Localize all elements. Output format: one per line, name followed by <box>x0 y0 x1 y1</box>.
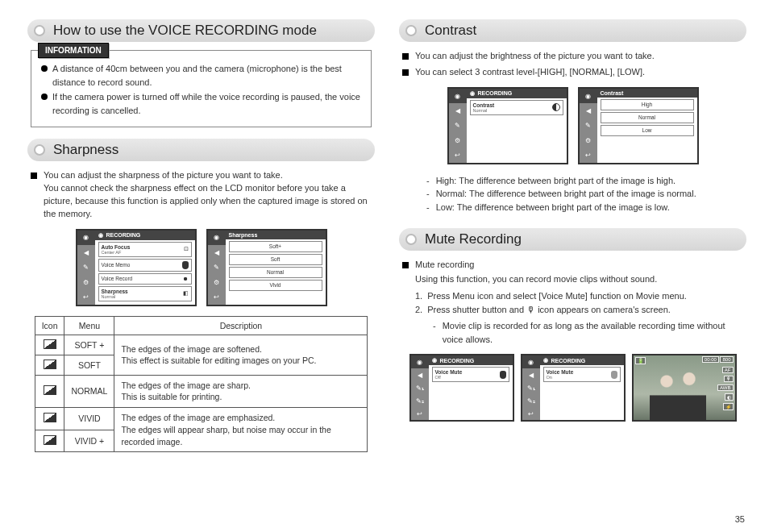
sharpness-vivid-icon <box>44 413 56 422</box>
menu-row: Low <box>601 125 694 136</box>
menu-row: Soft+ <box>229 241 322 252</box>
side-tab-tool-icon: ✎ <box>580 118 597 133</box>
bullet-icon <box>34 144 45 156</box>
heading-text: Mute Recording <box>425 231 522 247</box>
bullet-dot-icon <box>41 65 48 72</box>
screen-header: ◉RECORDING <box>95 231 195 240</box>
mute-intro: Using this function, you can record movi… <box>415 273 746 286</box>
mute-steps: 1.Press Menu icon and select [Voice Mute… <box>415 289 746 316</box>
lcd-screen-preview: 🔋 00:00 800 AF 🎙 AWB ◐ ⚡ <box>632 354 737 422</box>
icon-cell <box>35 335 64 355</box>
sharpness-normal-icon <box>44 385 56 395</box>
microphone-mute-icon <box>611 371 617 379</box>
dash-icon: - <box>426 174 430 188</box>
menu-row: Auto FocusCenter AF⊡ <box>98 242 192 257</box>
lcd-screen-mute-off: ◉ ◀ ✎₁ ✎₂ ↩ ◉RECORDING Voice MuteOff <box>409 354 514 422</box>
menu-row: Normal <box>601 112 694 123</box>
desc-cell: The edges of the image are softened.This… <box>114 335 368 375</box>
step-number: 2. <box>415 303 422 317</box>
side-tab-camera-icon: ◉ <box>522 355 540 368</box>
table-header: Menu <box>64 316 114 335</box>
iso-readout: 800 <box>720 356 733 363</box>
dash-icon: - <box>426 201 430 214</box>
menu-cell: VIVID + <box>64 430 114 452</box>
side-tab-back-icon: ↩ <box>449 148 467 163</box>
paragraph: You can adjust the sharpness of the pict… <box>31 169 372 221</box>
right-column: Contrast You can adjust the brightness o… <box>399 19 746 452</box>
menu-row: Soft <box>229 254 322 265</box>
menu-row: Voice MuteOff <box>432 367 509 382</box>
side-tab-play-icon: ◀ <box>77 245 95 260</box>
desc-cell: The edges of the image are emphasized.Th… <box>114 408 368 452</box>
side-tab-back-icon: ↩ <box>580 148 597 163</box>
screen-header: Contrast <box>597 89 697 98</box>
dash-icon: - <box>433 319 436 346</box>
menu-cell: VIVID <box>64 408 114 430</box>
square-bullet-icon <box>31 172 37 179</box>
side-tab-back-icon: ↩ <box>522 407 540 420</box>
menu-row: ContrastNormal <box>470 100 563 115</box>
page-number: 35 <box>735 514 745 524</box>
heading-contrast: Contrast <box>399 19 746 42</box>
menu-row: Voice MuteOn <box>543 367 621 382</box>
side-tab-play-icon: ◀ <box>522 368 540 381</box>
menu-row: High <box>601 99 694 110</box>
flash-indicator-icon: ⚡ <box>723 403 734 410</box>
microphone-icon <box>500 371 506 379</box>
contrast-icon <box>552 103 560 111</box>
heading-text: How to use the VOICE RECORDING mode <box>53 23 317 39</box>
side-tab-camera-icon: ◉ <box>580 89 597 103</box>
page-content: How to use the VOICE RECORDING mode INFO… <box>27 19 746 452</box>
menu-row: Voice Record⏺ <box>98 273 192 285</box>
lcd-screen-recording: ◉ ◀ ✎ ⚙ ↩ ◉RECORDING Auto FocusCenter AF… <box>76 229 197 306</box>
contrast-screens: ◉ ◀ ✎ ⚙ ↩ ◉RECORDING ContrastNormal ◉ ◀ <box>399 87 746 164</box>
side-tab-play-icon: ◀ <box>208 245 226 260</box>
sharpness-table: Icon Menu Description SOFT + The edges o… <box>35 316 368 452</box>
side-tab-tool-icon: ✎ <box>208 260 226 275</box>
side-tab-camera-icon: ◉ <box>208 231 226 245</box>
icon-cell <box>35 430 64 452</box>
side-tab-setup-icon: ⚙ <box>208 275 226 289</box>
heading-mute-recording: Mute Recording <box>399 228 746 251</box>
sharpness-soft-icon <box>44 360 56 369</box>
timer-readout: 00:00 <box>702 356 719 363</box>
af-indicator: AF <box>722 367 734 373</box>
menu-row: Vivid <box>229 280 322 291</box>
side-tab-tool1-icon: ✎₁ <box>411 381 429 394</box>
menu-cell: SOFT + <box>64 335 114 355</box>
sharpness-vivid-plus-icon <box>44 435 56 445</box>
side-tab-setup-icon: ⚙ <box>77 275 95 289</box>
square-bullet-icon <box>402 53 409 60</box>
screen-header: ◉RECORDING <box>467 89 567 98</box>
square-bullet-icon <box>402 69 409 76</box>
side-tab-tool2-icon: ✎₂ <box>411 394 429 407</box>
lcd-screen-recording: ◉ ◀ ✎ ⚙ ↩ ◉RECORDING ContrastNormal <box>447 87 568 164</box>
side-tab-tool2-icon: ✎₂ <box>522 394 540 407</box>
paragraph: You can select 3 contrast level-[HIGH], … <box>402 66 743 79</box>
bullet-icon <box>405 234 417 245</box>
menu-row: Voice Memo <box>98 259 192 272</box>
heading-text: Contrast <box>425 23 476 39</box>
side-tab-play-icon: ◀ <box>580 103 597 118</box>
battery-icon: 🔋 <box>635 357 646 364</box>
information-box: INFORMATION A distance of 40cm between y… <box>31 50 372 127</box>
info-item: If the camera power is turned off while … <box>41 90 361 117</box>
step-number: 1. <box>415 289 422 303</box>
side-tab-back-icon: ↩ <box>208 289 226 304</box>
desc-cell: The edges of the image are sharp.This is… <box>114 375 368 407</box>
menu-cell: SOFT <box>64 355 114 375</box>
information-label: INFORMATION <box>38 43 109 58</box>
bullet-icon <box>34 25 45 36</box>
icon-cell <box>35 408 64 430</box>
screen-header: ◉RECORDING <box>540 355 624 365</box>
heading-text: Sharpness <box>53 142 118 158</box>
side-tab-tool1-icon: ✎₁ <box>522 381 540 394</box>
side-tab-play-icon: ◀ <box>411 368 429 381</box>
square-bullet-icon <box>402 262 409 268</box>
table-header: Description <box>114 316 368 335</box>
info-item: A distance of 40cm between you and the c… <box>41 62 361 89</box>
microphone-icon <box>182 261 189 269</box>
bullet-icon <box>405 25 417 36</box>
paragraph: Mute recording <box>402 259 743 272</box>
dash-icon: - <box>426 187 430 201</box>
